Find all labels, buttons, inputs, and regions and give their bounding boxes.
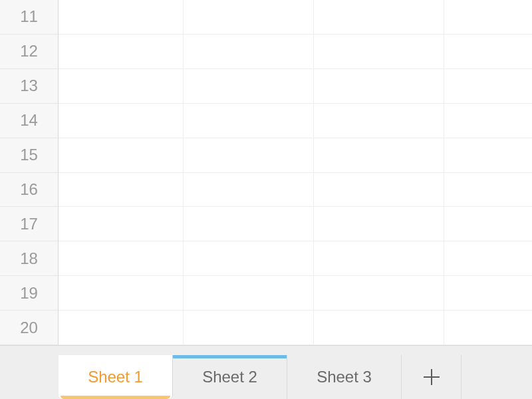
cell[interactable] (314, 69, 444, 103)
spreadsheet-grid: 11 12 13 14 15 16 17 18 19 20 (0, 0, 532, 346)
row-header[interactable]: 12 (0, 35, 58, 69)
cell[interactable] (184, 241, 314, 275)
cell[interactable] (184, 173, 314, 207)
cell[interactable] (59, 104, 184, 138)
sheet-tab-3[interactable]: Sheet 3 (287, 355, 402, 399)
row-header[interactable]: 15 (0, 138, 58, 173)
cell[interactable] (59, 173, 184, 207)
cell[interactable] (314, 311, 444, 344)
cell[interactable] (444, 276, 532, 310)
cell[interactable] (184, 138, 314, 172)
grid-row (59, 311, 532, 345)
row-header[interactable]: 13 (0, 69, 58, 104)
cell[interactable] (184, 35, 314, 68)
grid-row (59, 173, 532, 207)
cell[interactable] (59, 276, 184, 310)
row-headers-column: 11 12 13 14 15 16 17 18 19 20 (0, 0, 59, 345)
cell[interactable] (444, 104, 532, 138)
sheet-tab-2[interactable]: Sheet 2 (173, 355, 287, 399)
sheet-tab-bar: Sheet 1 Sheet 2 Sheet 3 (0, 346, 532, 399)
cell[interactable] (444, 0, 532, 34)
cell[interactable] (59, 241, 184, 275)
row-header[interactable]: 14 (0, 104, 58, 138)
row-header[interactable]: 18 (0, 241, 58, 276)
grid-row (59, 241, 532, 276)
sheet-tab-label: Sheet 1 (88, 368, 143, 386)
cells-area (59, 0, 532, 345)
grid-row (59, 35, 532, 69)
cell[interactable] (59, 0, 184, 34)
cell[interactable] (314, 35, 444, 68)
grid-row (59, 276, 532, 311)
cell[interactable] (184, 0, 314, 34)
row-header[interactable]: 16 (0, 173, 58, 207)
grid-row (59, 138, 532, 173)
cell[interactable] (184, 207, 314, 241)
cell[interactable] (59, 35, 184, 68)
cell[interactable] (314, 173, 444, 207)
cell[interactable] (184, 69, 314, 103)
cell[interactable] (444, 138, 532, 172)
grid-row (59, 207, 532, 241)
cell[interactable] (314, 276, 444, 310)
sheet-tab-label: Sheet 3 (317, 368, 372, 386)
cell[interactable] (314, 207, 444, 241)
cell[interactable] (184, 104, 314, 138)
add-sheet-button[interactable] (402, 355, 462, 399)
row-header[interactable]: 11 (0, 0, 58, 35)
cell[interactable] (444, 69, 532, 103)
cell[interactable] (444, 35, 532, 68)
grid-row (59, 69, 532, 104)
cell[interactable] (184, 311, 314, 344)
cell[interactable] (314, 138, 444, 172)
cell[interactable] (59, 69, 184, 103)
cell[interactable] (59, 138, 184, 172)
cell[interactable] (444, 241, 532, 275)
cell[interactable] (444, 207, 532, 241)
cell[interactable] (184, 276, 314, 310)
row-header[interactable]: 19 (0, 276, 58, 311)
cell[interactable] (444, 311, 532, 344)
row-header[interactable]: 17 (0, 207, 58, 241)
sheet-tab-label: Sheet 2 (202, 368, 257, 386)
sheet-tab-1[interactable]: Sheet 1 (59, 355, 173, 399)
plus-icon (424, 369, 440, 385)
grid-row (59, 104, 532, 138)
cell[interactable] (444, 173, 532, 207)
cell[interactable] (314, 241, 444, 275)
cell[interactable] (59, 311, 184, 344)
grid-row (59, 0, 532, 35)
cell[interactable] (59, 207, 184, 241)
cell[interactable] (314, 104, 444, 138)
row-header[interactable]: 20 (0, 311, 58, 345)
cell[interactable] (314, 0, 444, 34)
